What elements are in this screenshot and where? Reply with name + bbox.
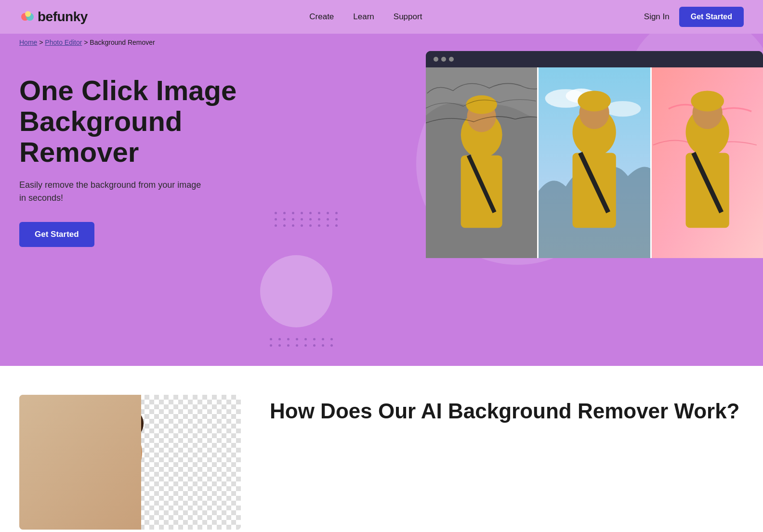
- browser-dot-1: [434, 57, 438, 62]
- logo-text: befunky: [38, 9, 88, 25]
- hero-subtitle: Easily remove the background from your i…: [19, 179, 202, 205]
- browser-bar: [426, 51, 763, 67]
- sign-in-link[interactable]: Sign In: [644, 12, 670, 22]
- bottom-title: How Does Our AI Background Remover Work?: [270, 400, 744, 423]
- svg-rect-23: [685, 153, 729, 228]
- bottom-section: How Does Our AI Background Remover Work?: [0, 366, 763, 532]
- image-panel-3: [652, 67, 763, 258]
- breadcrumb-home[interactable]: Home: [19, 39, 37, 46]
- logo[interactable]: befunky: [19, 8, 88, 26]
- deco-circle-bottom: [260, 255, 332, 327]
- nav-support[interactable]: Support: [394, 12, 422, 22]
- header-get-started-button[interactable]: Get Started: [679, 7, 744, 27]
- breadcrumb-photo-editor[interactable]: Photo Editor: [45, 39, 82, 46]
- image-panel-1: [426, 67, 537, 258]
- svg-rect-30: [19, 395, 135, 530]
- breadcrumb-sep2: >: [84, 39, 90, 46]
- hero-cta-button[interactable]: Get Started: [19, 222, 94, 247]
- browser-dot-3: [449, 57, 454, 62]
- nav-create[interactable]: Create: [309, 12, 334, 22]
- image-panel-2: [539, 67, 650, 258]
- main-nav: Create Learn Support: [309, 12, 422, 22]
- header: befunky Create Learn Support Sign In Get…: [0, 0, 763, 34]
- bottom-demo-image: [19, 395, 241, 530]
- browser-dot-2: [441, 57, 446, 62]
- svg-point-16: [578, 91, 611, 111]
- svg-rect-17: [573, 153, 616, 228]
- logo-icon: [19, 8, 37, 26]
- svg-rect-9: [426, 67, 537, 258]
- deco-dots-bottom: [270, 338, 335, 347]
- svg-point-35: [87, 413, 106, 440]
- header-right: Sign In Get Started: [644, 7, 744, 27]
- nav-learn[interactable]: Learn: [353, 12, 374, 22]
- hero-content: One Click Image Background Remover Easil…: [19, 61, 744, 247]
- hero-title: One Click Image Background Remover: [19, 75, 260, 167]
- breadcrumb-current: Background Remover: [90, 39, 155, 46]
- hero-section: Home > Photo Editor > Background Remover…: [0, 34, 763, 366]
- hero-text: One Click Image Background Remover Easil…: [19, 61, 260, 247]
- svg-point-22: [691, 91, 724, 111]
- svg-point-33: [96, 411, 135, 451]
- svg-point-2: [25, 11, 31, 17]
- svg-point-36: [126, 412, 144, 436]
- bottom-text: How Does Our AI Background Remover Work?: [270, 395, 744, 423]
- svg-rect-37: [92, 474, 140, 530]
- svg-point-32: [89, 424, 142, 481]
- browser-window: [426, 51, 763, 258]
- breadcrumb-sep1: >: [39, 39, 45, 46]
- svg-rect-29: [125, 395, 241, 530]
- svg-point-34: [92, 400, 139, 433]
- browser-images: [426, 67, 763, 258]
